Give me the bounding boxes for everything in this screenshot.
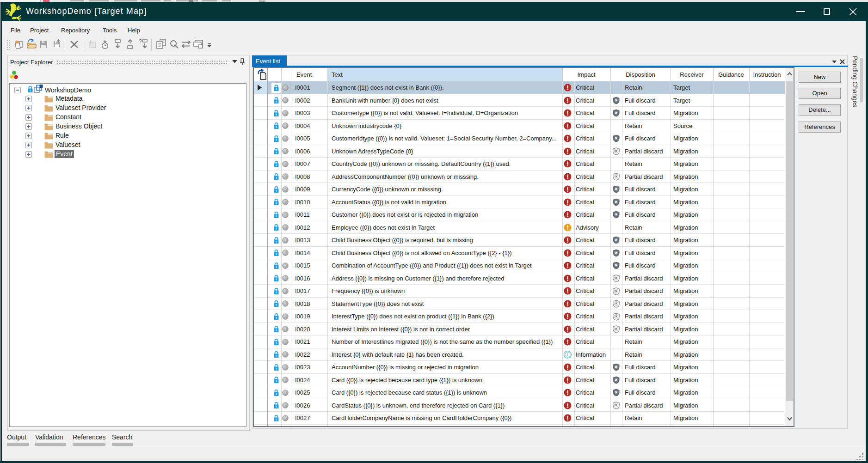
svg-text:i: i xyxy=(567,352,568,357)
svg-text:?: ? xyxy=(139,39,142,45)
